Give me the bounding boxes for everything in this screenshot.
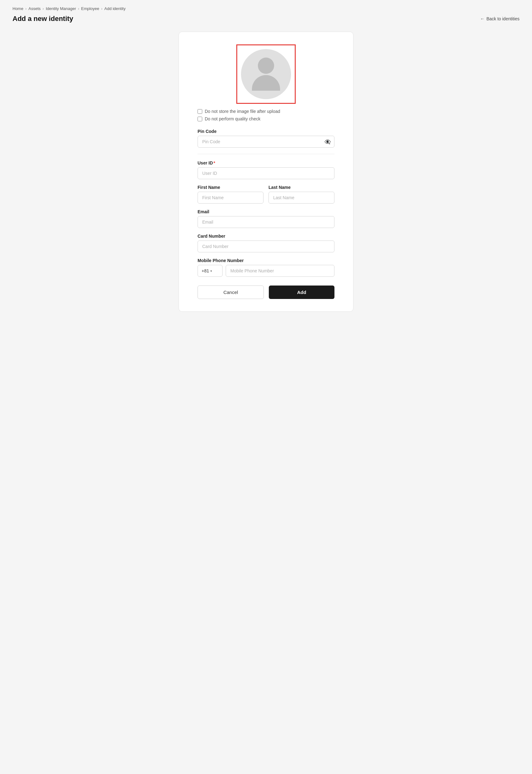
mobile-phone-input[interactable] — [226, 265, 334, 277]
phone-row: +81 ▾ — [198, 265, 334, 277]
avatar-head-shape — [258, 58, 274, 74]
first-name-group: First Name — [198, 185, 263, 203]
breadcrumb: Home › Assets › Identity Manager › Emplo… — [13, 6, 519, 11]
no-store-checkbox-label[interactable]: Do not store the image file after upload — [198, 109, 334, 114]
avatar-upload-box[interactable] — [236, 44, 296, 104]
card-number-group: Card Number — [198, 234, 334, 252]
last-name-input[interactable] — [269, 192, 334, 203]
phone-country-selector[interactable]: +81 ▾ — [198, 265, 223, 277]
add-button[interactable]: Add — [269, 285, 334, 299]
user-id-group: User ID* — [198, 160, 334, 179]
breadcrumb-employee[interactable]: Employee — [81, 6, 99, 11]
required-star: * — [213, 160, 215, 165]
form-section: Pin Code 👁‍🗨 User ID* First Name Last Na… — [198, 129, 334, 299]
mobile-phone-label: Mobile Phone Number — [198, 258, 334, 263]
avatar-body-shape — [252, 75, 280, 91]
no-quality-checkbox-label[interactable]: Do not perform quality check — [198, 116, 334, 121]
card-number-input[interactable] — [198, 240, 334, 252]
last-name-group: Last Name — [269, 185, 334, 203]
breadcrumb-sep-3: › — [78, 6, 79, 11]
checkbox-group: Do not store the image file after upload… — [198, 109, 334, 121]
breadcrumb-identity-manager[interactable]: Identity Manager — [46, 6, 76, 11]
no-store-label: Do not store the image file after upload — [205, 109, 280, 114]
avatar-placeholder — [241, 49, 291, 99]
avatar-section: Do not store the image file after upload… — [198, 44, 334, 121]
form-card: Do not store the image file after upload… — [178, 32, 354, 312]
no-store-checkbox[interactable] — [198, 109, 202, 114]
mobile-phone-group: Mobile Phone Number +81 ▾ — [198, 258, 334, 277]
email-group: Email — [198, 209, 334, 228]
first-name-input[interactable] — [198, 192, 263, 203]
breadcrumb-sep-4: › — [101, 6, 102, 11]
breadcrumb-sep-1: › — [25, 6, 27, 11]
breadcrumb-home[interactable]: Home — [13, 6, 23, 11]
breadcrumb-add-identity: Add identity — [104, 6, 126, 11]
email-label: Email — [198, 209, 334, 214]
user-id-label: User ID* — [198, 160, 334, 165]
phone-country-code: +81 — [202, 268, 209, 273]
pin-code-group: Pin Code 👁‍🗨 — [198, 129, 334, 148]
email-input[interactable] — [198, 216, 334, 228]
back-arrow-icon: ← — [480, 16, 484, 21]
last-name-label: Last Name — [269, 185, 334, 190]
breadcrumb-assets[interactable]: Assets — [28, 6, 41, 11]
divider-1 — [198, 154, 334, 154]
pin-code-input[interactable] — [198, 136, 334, 148]
back-link-label: Back to identities — [486, 16, 519, 21]
no-quality-checkbox[interactable] — [198, 117, 202, 121]
no-quality-label: Do not perform quality check — [205, 116, 260, 121]
pin-code-label: Pin Code — [198, 129, 334, 134]
button-row: Cancel Add — [198, 285, 334, 299]
pin-code-input-wrapper: 👁‍🗨 — [198, 136, 334, 148]
cancel-button[interactable]: Cancel — [198, 285, 264, 299]
breadcrumb-sep-2: › — [43, 6, 44, 11]
page-header: Add a new identity ← Back to identities — [13, 15, 519, 23]
chevron-down-icon: ▾ — [210, 269, 212, 273]
eye-icon[interactable]: 👁‍🗨 — [324, 139, 331, 145]
back-to-identities-link[interactable]: ← Back to identities — [480, 16, 519, 21]
user-id-input[interactable] — [198, 167, 334, 179]
first-name-label: First Name — [198, 185, 263, 190]
card-number-label: Card Number — [198, 234, 334, 239]
page-title: Add a new identity — [13, 15, 73, 23]
name-group: First Name Last Name — [198, 185, 334, 203]
